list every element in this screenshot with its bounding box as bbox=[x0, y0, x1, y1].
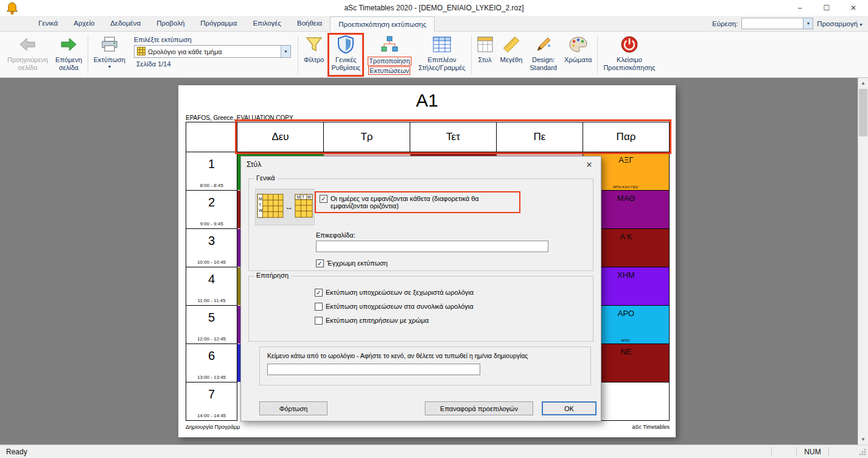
window-title: aSc Timetables 2020 - [DEMO_ENIAIO_LYKEI… bbox=[0, 0, 868, 16]
page-indicator: Σελίδα 1/14 bbox=[134, 60, 171, 68]
dialog-close-button[interactable]: ✕ bbox=[583, 160, 595, 169]
period-number: 2 bbox=[186, 196, 237, 210]
extra-columns-rows-button[interactable]: Επιπλέον Στήλες/Γραμμές bbox=[415, 33, 469, 77]
group-footer-text: Κείμενο κάτω από το ωρολόγιο - Αφήστε το… bbox=[259, 347, 591, 386]
close-button[interactable]: ✕ bbox=[840, 0, 867, 16]
ok-button[interactable]: OK bbox=[542, 401, 597, 415]
modify-prints-button[interactable]: Τροποποίηση Εκτυπώσεων bbox=[364, 33, 415, 77]
scroll-down-button[interactable]: ▼ bbox=[858, 434, 868, 445]
style-dialog: Στύλ ✕ Γενικά M T W bbox=[240, 156, 601, 421]
print-type-combobox[interactable]: Ωρολόγιο για κάθε τμήμα ▼ bbox=[134, 45, 291, 58]
period-cell: 4 11:00 - 11:45 bbox=[186, 267, 237, 306]
pencil-icon bbox=[535, 35, 552, 54]
maximize-button[interactable]: ☐ bbox=[813, 0, 840, 16]
customize-label: Προσαρμογή bbox=[817, 20, 858, 27]
supervision-color-checkbox[interactable]: Εκτύπωση επιτηρήσεων με χρώμα bbox=[315, 317, 429, 325]
color-print-label: Έγχρωμη εκτύπωση bbox=[327, 259, 388, 267]
filter-label: Φίλτρο bbox=[304, 56, 324, 64]
period-time: 10:00 - 10:45 bbox=[186, 259, 237, 265]
supervision-separate-checkbox[interactable]: ✓ Εκτύπωση υποχρεώσεων σε ξεχωριστά ωρολ… bbox=[315, 289, 474, 297]
page-title: A1 bbox=[178, 90, 676, 111]
tab-print-preview[interactable]: Προεπισκόπηση εκτύπωσης bbox=[330, 16, 435, 32]
design-button[interactable]: Design: Standard bbox=[526, 33, 561, 77]
checkbox-icon[interactable] bbox=[315, 303, 323, 311]
minimize-button[interactable]: – bbox=[786, 0, 813, 16]
scrollbar[interactable]: ▲ ▼ bbox=[858, 78, 868, 445]
tab-help[interactable]: Βοήθεια bbox=[289, 16, 330, 31]
color-print-checkbox[interactable]: ✓ Έγχρωμη εκτύπωση bbox=[316, 259, 388, 267]
ribbon-separator bbox=[471, 35, 472, 74]
header-caption-input[interactable] bbox=[316, 241, 548, 252]
period-time: 8:00 - 8:45 bbox=[186, 183, 237, 188]
ribbon-toolbar: Προηγούμενη σελίδα Επόμενη σελίδα Εκτύπω… bbox=[0, 32, 868, 78]
modify-prints-label-2: Εκτυπώσεων bbox=[368, 66, 410, 76]
tab-data[interactable]: Δεδομένα bbox=[102, 16, 149, 31]
previous-page-label-2: σελίδα bbox=[18, 64, 37, 72]
next-page-button[interactable]: Επόμενη σελίδα bbox=[52, 33, 86, 77]
period-cell: 3 10:00 - 10:45 bbox=[186, 228, 237, 267]
reset-defaults-button[interactable]: Επαναφορά προεπιλογών bbox=[425, 401, 533, 415]
bottom-text-input[interactable] bbox=[267, 364, 480, 375]
orientation-preview: M T W ↔ M T bbox=[255, 189, 315, 225]
svg-text:T: T bbox=[259, 203, 261, 207]
period-cell: 7 14:00 - 14:45 bbox=[186, 382, 237, 421]
titlebar: aSc Timetables 2020 - [DEMO_ENIAIO_LYKEI… bbox=[0, 0, 868, 16]
palette-icon bbox=[569, 35, 587, 54]
style-button[interactable]: Στυλ bbox=[474, 33, 497, 77]
num-lock-indicator: NUM bbox=[797, 445, 828, 458]
header-caption-label: Επικεφαλίδα: bbox=[316, 231, 355, 239]
status-bar-panes: NUM bbox=[771, 445, 868, 458]
general-settings-button[interactable]: Γενικές Ρυθμίσεις bbox=[327, 33, 364, 77]
scroll-up-button[interactable]: ▲ bbox=[858, 78, 868, 88]
tab-view[interactable]: Προβολή bbox=[149, 16, 192, 31]
group-supervision-label: Επιτήρηση bbox=[254, 272, 291, 279]
chevron-down-icon[interactable]: ▼ bbox=[803, 18, 813, 29]
supervision-color-label: Εκτύπωση επιτηρήσεων με χρώμα bbox=[326, 317, 429, 324]
scrollbar-thumb[interactable] bbox=[859, 89, 867, 136]
swap-arrow-icon: ↔ bbox=[285, 203, 293, 211]
page-footer-left: Δημιουργία Προγράμμ bbox=[186, 424, 240, 430]
tab-file[interactable]: Αρχείο bbox=[66, 16, 102, 31]
period-cell: 6 13:00 - 13:45 bbox=[186, 344, 237, 382]
supervision-total-checkbox[interactable]: Εκτύπωση υποχρεώσεων στα συνολικά ωρολόγ… bbox=[315, 303, 474, 311]
find-combobox[interactable]: ▼ bbox=[741, 18, 813, 29]
sizes-button[interactable]: Μεγέθη bbox=[497, 33, 527, 77]
checkbox-icon[interactable]: ✓ bbox=[315, 289, 323, 297]
checkbox-icon[interactable] bbox=[315, 317, 323, 325]
tab-general[interactable]: Γενικά bbox=[30, 16, 66, 31]
previous-page-button[interactable]: Προηγούμενη σελίδα bbox=[4, 33, 52, 77]
statusbar-pane bbox=[772, 445, 796, 458]
period-time: 12:00 - 12:45 bbox=[186, 336, 237, 342]
status-bar: Ready NUM bbox=[0, 445, 868, 458]
bottom-text-label: Κείμενο κάτω από το ωρολόγιο - Αφήστε το… bbox=[267, 352, 586, 359]
general-settings-label-2: Ρυθμίσεις bbox=[331, 64, 360, 72]
design-label-2: Standard bbox=[530, 64, 557, 72]
customize-button[interactable]: Προσαρμογή▼ bbox=[817, 20, 863, 27]
find-area: Εύρεση: ▼ Προσαρμογή▼ bbox=[712, 18, 863, 29]
arrow-left-icon bbox=[18, 35, 37, 54]
hierarchy-icon bbox=[380, 35, 399, 54]
vertical-days-checkbox[interactable]: ✓ Οι ημέρες να εμφανίζονται κάθετα (διαφ… bbox=[315, 191, 520, 213]
power-icon bbox=[620, 35, 639, 54]
next-page-label-2: σελίδα bbox=[59, 64, 79, 72]
tab-options[interactable]: Επιλογές bbox=[245, 16, 289, 31]
tab-program[interactable]: Πρόγραμμα bbox=[192, 16, 245, 31]
filter-button[interactable]: Φίλτρο bbox=[300, 33, 327, 77]
svg-text:M: M bbox=[259, 197, 262, 201]
period-cell: 2 9:00 - 9:45 bbox=[186, 190, 237, 229]
timetable-icon bbox=[137, 47, 145, 57]
vertical-days-label: Οι ημέρες να εμφανίζονται κάθετα (διαφορ… bbox=[331, 195, 516, 210]
checkbox-icon[interactable]: ✓ bbox=[320, 195, 327, 203]
load-button[interactable]: Φόρτωση bbox=[259, 401, 327, 415]
close-preview-button[interactable]: Κλείσιμο Προεπισκόπησης bbox=[600, 33, 659, 77]
period-number: 4 bbox=[186, 272, 237, 286]
checkbox-icon[interactable]: ✓ bbox=[316, 259, 324, 267]
chevron-down-icon[interactable]: ▼ bbox=[281, 46, 290, 57]
colors-button[interactable]: Χρώματα bbox=[561, 33, 595, 77]
period-time: 11:00 - 11:45 bbox=[186, 298, 237, 303]
group-general: Γενικά M T W ↔ bbox=[248, 178, 593, 271]
resize-grip[interactable] bbox=[857, 445, 868, 458]
print-button[interactable]: Εκτύπωση ▼ bbox=[90, 33, 129, 77]
chevron-down-icon: ▼ bbox=[859, 23, 863, 27]
group-general-label: Γενικά bbox=[254, 174, 278, 181]
